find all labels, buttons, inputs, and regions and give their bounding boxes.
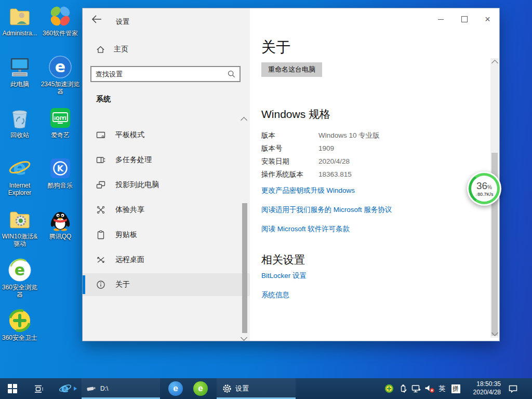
tray-ime-mode[interactable]: 拼 <box>449 378 462 399</box>
action-center-button[interactable] <box>503 378 523 399</box>
desktop-icon-2345-browser[interactable]: e 2345加速浏览器 <box>41 55 80 96</box>
ie-taskbar-button[interactable]: e <box>56 378 79 399</box>
green-e-circle-icon: e <box>8 258 32 282</box>
taskbar: e D:\ e e 设置 英 <box>0 378 532 399</box>
bitlocker-settings-link[interactable]: BitLocker 设置 <box>261 271 475 281</box>
spec-row: 安装日期2020/4/28 <box>261 155 475 168</box>
kugou-icon: K <box>48 156 72 180</box>
folder-gear-icon <box>8 207 32 231</box>
system-info-link[interactable]: 系统信息 <box>261 290 475 300</box>
sidebar-section-label: 系统 <box>96 95 111 104</box>
settings-taskbar-button[interactable]: 设置 <box>217 378 296 399</box>
desktop-icon-label: 回收站 <box>10 131 29 139</box>
license-terms-link[interactable]: 阅读 Microsoft 软件许可条款 <box>261 224 475 234</box>
action-center-icon <box>508 384 518 393</box>
window-controls: × <box>429 8 499 30</box>
network-speed: 80.7K/s <box>477 192 494 197</box>
tray-usb-icon[interactable] <box>397 378 409 399</box>
task-view-button[interactable] <box>29 378 48 399</box>
services-agreement-link[interactable]: 阅读适用于我们服务的 Microsoft 服务协议 <box>261 205 475 215</box>
explorer-taskbar-button[interactable]: D:\ <box>82 378 160 399</box>
minimize-button[interactable] <box>429 8 453 30</box>
change-product-key-link[interactable]: 更改产品密钥或升级 Windows <box>261 186 475 195</box>
tray-volume-muted-icon[interactable] <box>423 378 436 399</box>
desktop-icon-recycle-bin[interactable]: 回收站 <box>0 106 39 139</box>
back-arrow-icon[interactable] <box>91 15 104 25</box>
chevron-up-icon[interactable] <box>491 60 498 66</box>
settings-search-box <box>90 66 241 82</box>
desktop-icon-internet-explorer[interactable]: e Internet Explorer <box>0 156 39 197</box>
svg-text:e: e <box>13 156 26 179</box>
flower-petals-icon <box>48 4 72 28</box>
gear-icon <box>222 384 232 393</box>
memory-percent: 36 <box>476 180 487 191</box>
blue-e-circle-icon: e <box>48 55 72 79</box>
search-input[interactable] <box>91 70 228 78</box>
project-icon <box>96 180 105 190</box>
ime-language-label: 英 <box>439 384 446 393</box>
search-icon[interactable] <box>228 70 235 78</box>
info-icon <box>96 280 105 289</box>
desktop-icon-administrator[interactable]: Administra... <box>0 4 39 37</box>
window-title: 设置 <box>116 17 129 26</box>
home-icon <box>96 45 105 54</box>
rename-pc-button[interactable]: 重命名这台电脑 <box>261 62 322 77</box>
close-button[interactable]: × <box>476 8 499 30</box>
tablet-icon <box>96 130 105 140</box>
percent-unit: % <box>487 184 492 190</box>
desktop-icon-label: 2345加速浏览器 <box>41 81 80 96</box>
sidebar-item-projecting[interactable]: 投影到此电脑 <box>83 174 250 196</box>
desktop-icon-360-software-manager[interactable]: 360软件管家 <box>41 4 80 37</box>
sidebar-item-home[interactable]: 主页 <box>96 43 128 56</box>
desktop-icon-label: 酷狗音乐 <box>48 182 73 189</box>
svg-text:iQIYI: iQIYI <box>54 116 66 121</box>
svg-text:e: e <box>55 58 65 76</box>
360-browser-taskbar-icon[interactable]: e <box>190 378 211 399</box>
desktop-icon-label: 爱奇艺 <box>51 131 70 139</box>
sidebar-item-remote-desktop[interactable]: 远程桌面 <box>83 248 250 271</box>
desktop-icon-360-safety-guard[interactable]: 360安全卫士 <box>0 309 39 341</box>
desktop-icon-tencent-qq[interactable]: 腾讯QQ <box>41 207 80 240</box>
tray-network-icon[interactable] <box>409 378 423 399</box>
desktop-icon-this-pc[interactable]: 此电脑 <box>0 55 39 88</box>
jumplist-arrow-icon <box>74 387 77 391</box>
desktop-icon-label: 此电脑 <box>10 81 29 88</box>
chevron-down-icon[interactable] <box>241 334 247 341</box>
sidebar-item-shared-experiences[interactable]: 体验共享 <box>83 198 250 221</box>
360-speed-ball[interactable]: 36% ↓80.7K/s <box>467 171 501 206</box>
start-icon <box>8 384 17 393</box>
desktop-icon-label: Administra... <box>3 30 37 37</box>
page-title: 关于 <box>261 37 475 57</box>
recycle-bin-icon <box>8 106 32 130</box>
explorer-button-label: D:\ <box>100 385 108 392</box>
desktop-icon-label: Internet Explorer <box>0 182 39 197</box>
maximize-button[interactable] <box>453 8 476 30</box>
chevron-up-icon[interactable] <box>241 117 247 124</box>
sidebar-item-tablet-mode[interactable]: 平板模式 <box>83 124 250 147</box>
clock-date: 2020/4/28 <box>473 389 501 397</box>
svg-text:e: e <box>15 261 25 279</box>
desktop-icon-360-safe-browser[interactable]: e 360安全浏览器 <box>0 258 39 299</box>
ie-icon: e <box>8 156 32 180</box>
desktop-icon-iqiyi[interactable]: iQIYI 爱奇艺 <box>41 106 80 139</box>
settings-sidebar: 设置 主页 系统 平板模式 多任务处理 <box>83 8 250 341</box>
tray-ime-language[interactable]: 英 <box>436 378 448 399</box>
share-icon <box>96 205 105 215</box>
desktop-icon-label: 腾讯QQ <box>49 233 72 240</box>
desktop: Administra... 360软件管家 此电脑 e 2345加速浏览器 回收… <box>0 0 532 399</box>
2345-browser-taskbar-icon[interactable]: e <box>165 378 186 399</box>
tray-360-icon[interactable] <box>382 378 396 399</box>
sidebar-item-clipboard[interactable]: 剪贴板 <box>83 223 250 246</box>
sidebar-scrollbar-thumb[interactable] <box>242 203 247 333</box>
desktop-icon-label: 360安全卫士 <box>2 334 37 341</box>
sidebar-item-multitasking[interactable]: 多任务处理 <box>83 149 250 171</box>
settings-button-label: 设置 <box>235 384 249 393</box>
start-button[interactable] <box>0 378 25 399</box>
taskbar-clock[interactable]: 18:50:35 2020/4/28 <box>463 378 502 399</box>
sidebar-item-about[interactable]: 关于 <box>83 273 250 296</box>
desktop-icon-kugou-music[interactable]: K 酷狗音乐 <box>41 156 80 189</box>
drive-icon <box>86 383 97 394</box>
spec-row: 操作系统版本18363.815 <box>261 168 475 181</box>
clipboard-icon <box>96 230 105 240</box>
desktop-icon-win10-activation[interactable]: WIN10激活&驱动 <box>0 207 39 248</box>
